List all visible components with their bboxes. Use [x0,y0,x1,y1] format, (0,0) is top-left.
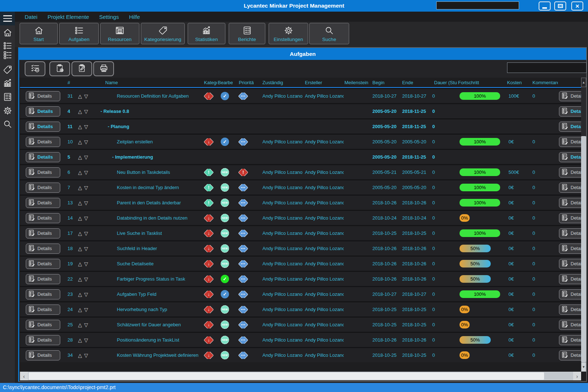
toolbar-button-einstellungen[interactable]: Einstellungen [269,23,308,44]
task-row[interactable]: Details4△▽- Release 0.82005-05-202018-11… [20,103,581,118]
task-row[interactable]: Details7△▽Kosten in decimal Typ ändern!N… [20,179,581,195]
details-button[interactable]: Details [26,244,60,254]
details-button-right[interactable]: Details [559,167,581,177]
details-button-right[interactable]: Details [559,122,581,132]
minimize-button[interactable] [539,1,551,11]
menu-item-settings[interactable]: Settings [99,14,119,20]
sort-up-icon[interactable]: △ [78,322,82,328]
sort-up-icon[interactable]: △ [78,200,82,206]
sort-up-icon[interactable]: △ [78,124,82,130]
add-task-button[interactable] [49,61,70,76]
sort-up-icon[interactable]: △ [78,230,82,236]
details-button-right[interactable]: Details [559,183,581,193]
sort-up-icon[interactable]: △ [78,337,82,343]
close-button[interactable]: ✕ [571,1,583,11]
search-input[interactable] [507,62,587,73]
menu-item-hilfe[interactable]: Hilfe [129,14,140,20]
task-row[interactable]: Details19△▽Suche Detailseite↓NEW•••Andy … [20,256,581,271]
column-header-beg[interactable]: Begin [370,80,401,85]
details-button[interactable]: Details [26,259,60,269]
sort-down-icon[interactable]: ▽ [84,170,88,175]
task-row[interactable]: Details17△▽Live Suche in Tasklist↓NEW•••… [20,225,581,240]
sort-down-icon[interactable]: ▽ [84,185,88,191]
sidebar-item-search[interactable] [0,119,15,131]
vertical-scrollbar[interactable]: ▲ ▼ [581,78,586,381]
details-button-right[interactable]: Details [559,213,581,223]
horizontal-scrollbar[interactable]: ‹ › [20,372,581,380]
details-button[interactable]: Details [26,335,60,345]
task-row[interactable]: Details14△▽Databinding in den Details nu… [20,210,581,225]
toolbar-button-aufgaben[interactable]: Aufgaben [59,23,99,44]
sort-up-icon[interactable]: △ [78,291,82,297]
details-button[interactable]: Details [26,106,60,117]
menu-item-datei[interactable]: Datei [25,14,37,20]
column-header-kos[interactable]: Kosten [506,80,531,85]
scroll-down-icon[interactable]: ▼ [581,362,586,372]
edit-task-button[interactable] [72,61,92,76]
toolbar-button-resourcen[interactable]: Resourcen [100,23,139,44]
sort-up-icon[interactable]: △ [78,215,82,221]
details-button-right[interactable]: Details [559,228,581,238]
details-button[interactable]: Details [26,183,60,193]
details-button-right[interactable]: Details [559,198,581,208]
sort-up-icon[interactable]: △ [78,307,82,313]
sort-up-icon[interactable]: △ [78,276,82,282]
details-button-right[interactable]: Details [559,305,581,315]
details-button[interactable]: Details [26,213,60,223]
details-button-right[interactable]: Details [559,137,581,147]
sort-up-icon[interactable]: △ [78,246,82,252]
sort-up-icon[interactable]: △ [78,154,82,160]
sort-down-icon[interactable]: ▽ [84,337,88,343]
sidebar-item-tag[interactable] [0,65,15,76]
task-row[interactable]: Details5△▽- Implementierung2005-05-20201… [20,149,581,164]
sort-down-icon[interactable]: ▽ [84,322,88,328]
sort-down-icon[interactable]: ▽ [84,230,88,236]
task-row[interactable]: Details28△▽Positionsänderung in TaskList… [20,332,581,347]
details-button-right[interactable]: Details [559,259,581,269]
sort-up-icon[interactable]: △ [78,170,82,175]
toolbar-button-statistiken[interactable]: Statistiken [188,23,225,44]
details-button-right[interactable]: Details [559,274,581,284]
task-row[interactable]: Details24△▽Hervorhebung nach Typ↓NEW•••A… [20,301,581,317]
sidebar-item-statistics[interactable] [0,78,15,90]
sort-down-icon[interactable]: ▽ [84,215,88,221]
toolbar-button-berichte[interactable]: Berichte [229,23,265,44]
column-header-dau[interactable]: Dauer (Stunden) [432,80,457,85]
sort-down-icon[interactable]: ▽ [84,291,88,297]
task-row[interactable]: Details13△▽Parent in den Details änderba… [20,195,581,210]
details-button-right[interactable]: Details [559,289,581,299]
vertical-scrollbar-thumb[interactable] [581,136,586,362]
sort-up-icon[interactable]: △ [78,185,82,191]
column-header-kom[interactable]: Kommentare [531,80,558,85]
task-row[interactable]: Details18△▽Suchfeld in Header↓NEW•••Andy… [20,240,581,256]
toolbar-button-start[interactable]: Start [20,23,58,44]
details-button[interactable]: Details [26,122,60,132]
column-header-mei[interactable]: Meilenstein [344,80,370,85]
sort-down-icon[interactable]: ▽ [84,276,88,282]
sidebar-item-home[interactable] [0,28,15,39]
task-row[interactable]: Details23△▽Aufgaben Typ Feld↓✓•••Andy Pi… [20,286,581,301]
column-header-zus[interactable]: Zuständig [254,80,302,85]
details-button[interactable]: Details [26,91,60,101]
sidebar-item-gear[interactable] [0,106,15,117]
task-row[interactable]: Details31△▽Resourcen Definition für Aufg… [20,88,581,103]
details-button[interactable]: Details [26,198,60,208]
menu-item-projekt-elemente[interactable]: Projekt Elemente [48,14,89,20]
details-button-right[interactable]: Details [559,152,581,162]
details-button[interactable]: Details [26,320,60,330]
details-button-right[interactable]: Details [559,350,581,360]
details-button[interactable]: Details [26,167,60,177]
horizontal-scrollbar-thumb[interactable] [29,372,544,380]
scroll-up-icon[interactable]: ▲ [581,78,586,87]
sort-up-icon[interactable]: △ [78,93,82,99]
sort-down-icon[interactable]: ▽ [84,109,88,114]
sort-down-icon[interactable]: ▽ [84,139,88,145]
details-button[interactable]: Details [26,289,60,299]
sidebar-item-task-board[interactable] [0,50,15,62]
column-header-kat[interactable]: Kategorie [200,80,217,85]
details-button[interactable]: Details [26,274,60,284]
task-row[interactable]: Details22△▽Farbiger Progress Status in T… [20,271,581,286]
sort-down-icon[interactable]: ▽ [84,200,88,206]
sort-down-icon[interactable]: ▽ [84,246,88,252]
details-button-right[interactable]: Details [559,320,581,330]
